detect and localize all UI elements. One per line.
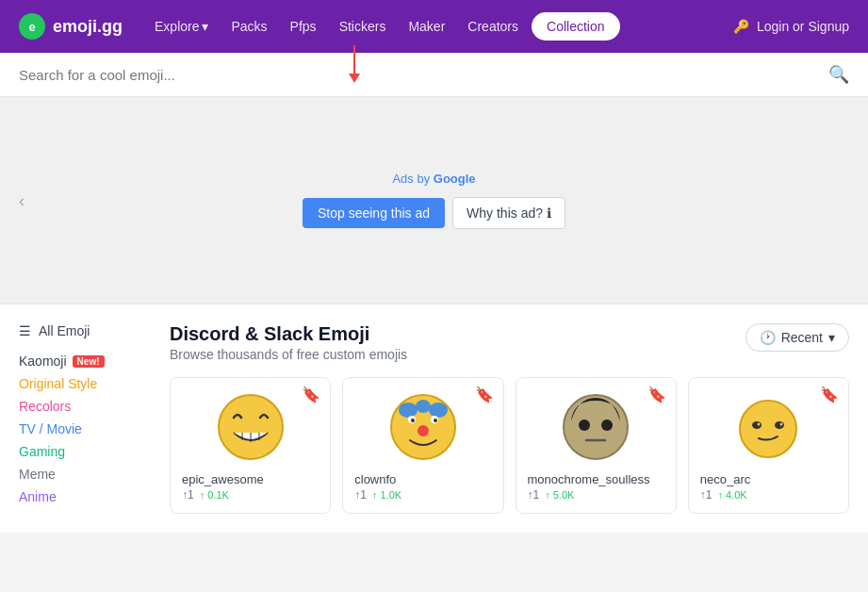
emoji-stats: ↑1 ↑ 0.1K [182, 488, 319, 502]
emoji-name: monochrome_soulless [528, 472, 664, 486]
svg-point-5 [399, 403, 418, 418]
chevron-down-icon: ▾ [202, 19, 208, 34]
sidebar-item-original-style[interactable]: Original Style [19, 372, 151, 395]
login-button[interactable]: Login or Signup [757, 19, 849, 34]
why-ad-button[interactable]: Why this ad? ℹ [452, 197, 565, 229]
monochrome-svg [562, 393, 630, 461]
section-title: Discord & Slack Emoji [170, 323, 407, 345]
sidebar-item-recolors[interactable]: Recolors [19, 395, 151, 418]
stop-ad-button[interactable]: Stop seeing this ad [303, 198, 445, 228]
logo[interactable]: e emoji.gg [19, 13, 123, 40]
svg-point-21 [780, 423, 783, 426]
new-badge: New! [73, 355, 105, 368]
svg-point-12 [434, 419, 437, 422]
arrow-head [349, 74, 360, 83]
emoji-image-clownfo [354, 389, 491, 465]
emoji-image-monochrome [528, 389, 664, 465]
emoji-card-neco-arc[interactable]: 🔖 neco_arc [688, 377, 849, 514]
navbar: e emoji.gg Explore ▾ Packs Pfps Stickers… [0, 0, 868, 53]
emoji-card-epic-awesome[interactable]: 🔖 [170, 377, 331, 514]
emoji-image-neco-arc [700, 389, 837, 465]
arrow-line [353, 45, 355, 74]
emoji-stats: ↑1 ↑ 1.0K [354, 488, 491, 502]
emoji-name: neco_arc [700, 472, 837, 486]
sidebar-item-kaomoji[interactable]: Kaomoji New! [19, 350, 151, 372]
sidebar-item-tv-movie[interactable]: TV / Movie [19, 418, 151, 440]
ad-controls: Stop seeing this ad Why this ad? ℹ [303, 197, 565, 229]
key-icon: 🔑 [733, 19, 749, 34]
emoji-name: clownfo [354, 472, 491, 486]
emoji-card-monochrome-soulless[interactable]: 🔖 monochrome_soulless [516, 377, 677, 514]
svg-point-8 [418, 425, 429, 436]
nav-links: Explore ▾ Packs Pfps Stickers Maker Crea… [145, 12, 619, 41]
arrow-indicator [349, 45, 360, 83]
ad-banner: ‹ Ads by Google Stop seeing this ad Why … [0, 97, 868, 304]
clock-icon: 🕐 [760, 330, 776, 345]
nav-stickers[interactable]: Stickers [330, 13, 396, 40]
section-title-group: Discord & Slack Emoji Browse thousands o… [170, 323, 407, 362]
nav-right: 🔑 Login or Signup [733, 19, 849, 34]
search-input[interactable] [19, 67, 828, 83]
emoji-grid: 🔖 [170, 377, 849, 514]
nav-maker[interactable]: Maker [399, 13, 454, 40]
bookmark-icon[interactable]: 🔖 [475, 386, 494, 403]
svg-point-18 [752, 421, 762, 429]
recent-sort-button[interactable]: 🕐 Recent ▾ [745, 323, 849, 352]
emoji-card-clownfo[interactable]: 🔖 [342, 377, 503, 514]
svg-point-0 [219, 395, 283, 459]
epic-awesome-svg [217, 393, 285, 461]
nav-creators[interactable]: Creators [458, 13, 528, 40]
sidebar-item-meme[interactable]: Meme [19, 463, 151, 485]
svg-point-17 [740, 401, 796, 457]
svg-point-6 [416, 400, 431, 413]
nav-collection-button[interactable]: Collection [532, 12, 619, 41]
logo-text: emoji.gg [53, 17, 123, 37]
emoji-stats: ↑1 ↑ 4.0K [700, 488, 837, 502]
main-content: ☰ All Emoji Kaomoji New! Original Style … [0, 304, 868, 533]
chevron-down-icon: ▾ [828, 330, 835, 345]
emoji-image-epic-awesome [182, 389, 319, 465]
nav-packs[interactable]: Packs [221, 13, 276, 40]
emoji-section: Discord & Slack Emoji Browse thousands o… [170, 323, 849, 514]
search-icon[interactable]: 🔍 [828, 64, 849, 85]
ad-banner-wrapper: ‹ Ads by Google Stop seeing this ad Why … [0, 97, 868, 304]
emoji-stats: ↑1 ↑ 5.0K [528, 488, 664, 502]
bookmark-icon[interactable]: 🔖 [820, 386, 839, 403]
back-button[interactable]: ‹ [19, 191, 25, 211]
svg-point-13 [564, 395, 628, 459]
sidebar-item-anime[interactable]: Anime [19, 485, 151, 508]
svg-point-7 [429, 403, 448, 418]
svg-point-19 [775, 421, 784, 429]
svg-point-11 [411, 419, 415, 422]
svg-point-14 [579, 419, 590, 431]
clownfo-svg [389, 393, 457, 461]
nav-explore[interactable]: Explore ▾ [145, 13, 218, 40]
search-bar: 🔍 [0, 53, 868, 97]
section-header: Discord & Slack Emoji Browse thousands o… [170, 323, 849, 362]
section-subtitle: Browse thousands of free custom emojis [170, 347, 407, 362]
svg-point-20 [758, 423, 761, 426]
neco-arc-svg [734, 393, 802, 461]
ads-by-label: Ads by Google [392, 172, 475, 186]
nav-pfps[interactable]: Pfps [281, 13, 326, 40]
info-icon: ℹ [547, 206, 551, 221]
sidebar-item-gaming[interactable]: Gaming [19, 440, 151, 463]
emoji-name: epic_awesome [182, 472, 319, 486]
bookmark-icon[interactable]: 🔖 [647, 386, 666, 403]
sidebar: ☰ All Emoji Kaomoji New! Original Style … [19, 323, 151, 514]
hamburger-icon: ☰ [19, 323, 31, 338]
logo-icon: e [19, 13, 45, 40]
bookmark-icon[interactable]: 🔖 [302, 386, 320, 403]
svg-point-15 [601, 419, 613, 431]
sidebar-all-emoji[interactable]: ☰ All Emoji [19, 323, 151, 338]
